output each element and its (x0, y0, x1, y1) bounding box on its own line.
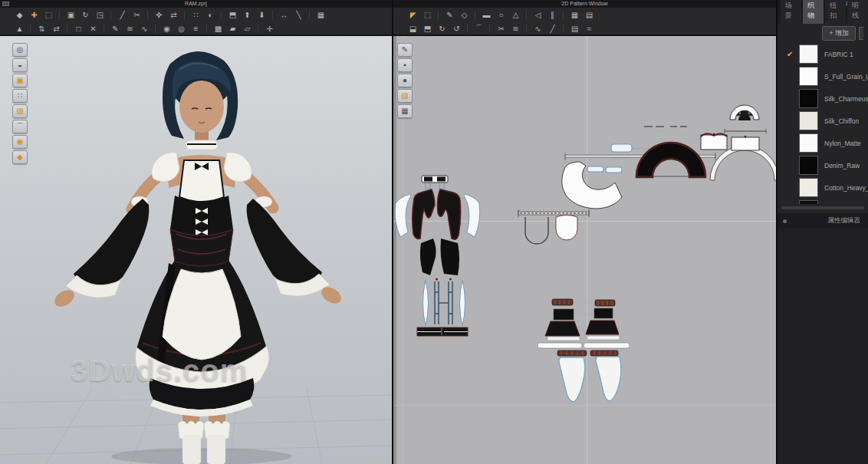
tool-sew-segment[interactable]: ╱ (116, 9, 129, 21)
property-editor-header[interactable]: 属性编辑器 (778, 213, 868, 229)
toggle-fabric-color[interactable]: ▨ (397, 89, 413, 103)
tool-measure-tape[interactable]: ↔ (278, 9, 291, 21)
tool-2d-edit-point[interactable]: ✎ (443, 9, 456, 21)
tool-lift-garment[interactable]: ⬆ (241, 9, 254, 21)
pattern-collar-cluster[interactable] (725, 105, 766, 133)
tool-select-move[interactable]: ✚ (28, 9, 41, 21)
tool-2d-rect[interactable]: ▬ (480, 9, 493, 21)
tool-2d-sew-segment[interactable]: ✂ (495, 23, 508, 35)
toggle-show-avatar[interactable]: ◉ (12, 135, 28, 149)
tool-2d-mirror[interactable]: ⬒ (421, 23, 434, 35)
tool-2d-seam-dashes[interactable]: ≈ (583, 23, 596, 35)
add-fabric-button[interactable]: + 增加 (822, 26, 856, 41)
tool-2d-rotate-ccw[interactable]: ↺ (450, 23, 463, 35)
tool-scale-pattern[interactable]: ◳ (94, 9, 107, 21)
toggle-show-silhouette[interactable]: ● (397, 74, 413, 87)
tool-transform-pattern[interactable]: ▣ (64, 9, 77, 21)
toggle-fabric-texture[interactable]: ▨ (12, 104, 28, 118)
fabric-list-scrollbar[interactable] (781, 206, 864, 209)
toggle-render-style[interactable]: ◎ (12, 43, 28, 57)
tool-buttonhole[interactable]: ◎ (175, 23, 188, 35)
pattern-bodice-back[interactable] (420, 239, 459, 275)
fabric-swatch[interactable] (799, 44, 818, 64)
pattern-cuff-pieces[interactable] (701, 133, 759, 150)
toggle-show-pins[interactable]: ∷ (12, 89, 28, 103)
tool-wind[interactable]: ▱ (241, 23, 254, 35)
pattern-apron-band[interactable] (518, 209, 589, 217)
pattern-pocket-white[interactable] (556, 216, 577, 241)
tool-avatar-size[interactable]: ⇅ (35, 23, 48, 35)
fabric-row[interactable]: ✔ FABRIC 1 (778, 43, 868, 65)
clipped-button-fragment[interactable] (859, 27, 863, 40)
tool-arrange-points[interactable]: ∷ (189, 9, 202, 21)
tool-2d-dart[interactable]: ◁ (531, 9, 544, 21)
fabric-swatch[interactable] (799, 67, 818, 86)
tool-select-mesh[interactable]: ⬚ (42, 9, 55, 21)
toggle-show-points[interactable]: ▪ (397, 58, 413, 72)
tool-rotate-pattern[interactable]: ↻ (79, 9, 92, 21)
window-3d-titlebar[interactable]: RAM.zprj (0, 0, 392, 8)
tool-tack-on-avatar[interactable]: ⬒ (226, 9, 239, 21)
fabric-swatch[interactable] (799, 133, 818, 153)
tab-topstitch[interactable]: 明线 (847, 0, 868, 24)
tool-pin-remove[interactable]: ✕ (87, 23, 100, 35)
tab-fabric[interactable]: 织物 (803, 0, 824, 24)
tool-drop-garment[interactable]: ⬇ (255, 9, 268, 21)
tool-align[interactable]: ✛ (263, 23, 276, 35)
toggle-show-grid[interactable]: ▦ (397, 104, 413, 118)
toggle-show-garment[interactable]: ◒ (12, 58, 28, 72)
toggle-bend-stiffness[interactable]: ⌒ (12, 120, 28, 133)
pattern-sleeve-pieces[interactable] (423, 278, 465, 327)
tool-fold-arrange[interactable]: ⇄ (167, 9, 180, 21)
fabric-row[interactable]: Denim_Raw (778, 154, 868, 176)
tool-2d-smooth-curve[interactable]: ⌒ (472, 23, 485, 35)
tool-2d-circle[interactable]: ○ (495, 9, 508, 21)
tool-pressure[interactable]: ▰ (226, 23, 239, 35)
tool-show-texture-grid[interactable]: ▦ (314, 9, 327, 21)
fabric-row[interactable]: Cotton_Heavy_T (778, 176, 868, 199)
tool-sewing-show[interactable]: ≋ (123, 23, 136, 35)
tool-avatar-pose[interactable]: ▲ (13, 23, 26, 35)
tool-button[interactable]: ◉ (160, 23, 173, 35)
window-2d-titlebar[interactable]: 2D Pattern Window (393, 0, 776, 8)
viewport-3d[interactable]: ◎◒▣∷▨⌒◉◆ 3Dwds.com (0, 36, 392, 464)
pattern-canvas-2d[interactable]: ✎▪●▨▦ (393, 36, 776, 464)
tool-fit-map[interactable]: ▩ (212, 23, 225, 35)
tool-2d-edit-pattern[interactable]: ⬚ (421, 9, 434, 21)
tool-2d-polygon[interactable]: △ (509, 9, 522, 21)
fabric-row[interactable]: Silk_Charmeuse (778, 87, 868, 110)
tool-2d-grading-all[interactable]: ▤ (583, 9, 596, 21)
pattern-bodice-front[interactable] (413, 189, 461, 239)
tool-pin-box[interactable]: □ (72, 23, 85, 35)
tool-sew-free[interactable]: ✂ (130, 9, 143, 21)
tool-sewing-edit[interactable]: ✎ (109, 23, 122, 35)
pattern-stocking-cluster[interactable] (538, 299, 630, 402)
fabric-swatch[interactable] (799, 89, 818, 108)
toggle-garment-texture[interactable]: ▣ (12, 74, 28, 87)
fabric-swatch[interactable] (799, 200, 818, 204)
pattern-waistband[interactable] (417, 327, 468, 336)
tool-2d-grading[interactable]: ▦ (568, 9, 581, 21)
tool-simulate[interactable]: ◆ (13, 9, 26, 21)
tool-2d-sew-free[interactable]: ≋ (509, 23, 522, 35)
tool-avatar-display[interactable]: ◐ (204, 9, 217, 21)
tool-avatar-mirror[interactable]: ⇄ (50, 23, 63, 35)
tool-2d-add-point[interactable]: ◇ (458, 9, 471, 21)
tool-sewing-check[interactable]: ∿ (138, 23, 151, 35)
tool-measure-edit[interactable]: ╲ (292, 9, 305, 21)
toggle-show-accessories[interactable]: ◆ (12, 150, 28, 164)
tool-2d-unfold[interactable]: ⬓ (406, 23, 419, 35)
tool-zipper[interactable]: ≡ (189, 23, 202, 35)
tool-2d-basting[interactable]: ▤ (568, 23, 581, 35)
fabric-swatch[interactable] (799, 178, 818, 197)
tool-2d-transform[interactable]: ◤ (406, 9, 419, 21)
fabric-row[interactable]: Nylon_Matte (778, 132, 868, 154)
tool-2d-sew-multi[interactable]: ∿ (531, 23, 544, 35)
tool-2d-internal-line[interactable]: ∥ (546, 9, 559, 21)
tab-scene[interactable]: 场景 (781, 0, 801, 24)
toggle-show-stitches[interactable]: ✎ (397, 43, 413, 57)
fabric-swatch[interactable] (799, 156, 818, 175)
tab-button[interactable]: 纽扣 (825, 0, 846, 24)
fabric-row[interactable] (778, 199, 868, 204)
tool-2d-rotate-cw[interactable]: ↻ (436, 23, 449, 35)
